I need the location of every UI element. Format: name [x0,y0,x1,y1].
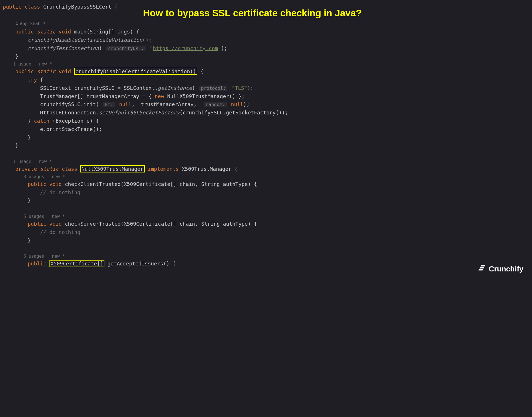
code-line: TrustManager[] trustManagerArray = { new… [3,92,529,101]
code-editor[interactable]: How to bypass SSL certificate checking i… [0,0,532,279]
author-annotation: App Shah * [3,19,529,28]
code-line: e.printStackTrace(); [3,125,529,134]
keyword-class: class [25,4,40,10]
crunchify-logo-text: Crunchify [489,263,523,275]
usage-hint[interactable]: 1 usage new * [3,158,529,165]
code-line: HttpsURLConnection.setDefaultSSLSocketFa… [3,109,529,117]
param-hint: km: [103,102,115,107]
usage-hint[interactable]: 6 usages new * [3,253,529,260]
param-hint: crunchifyURL: [106,46,146,51]
blank-line [3,205,529,213]
code-line: public static void crunchifyDisableCerti… [3,67,529,76]
code-line: } [3,237,529,245]
code-line: } [3,196,529,205]
highlight-type-box: X509Certificate[] [49,260,104,267]
author-name: App Shah * [20,21,45,26]
code-line: public void checkServerTrusted(X509Certi… [3,220,529,228]
code-line: SSLContext crunchifySSLC = SSLContext.ge… [3,84,529,92]
blank-line [3,150,529,158]
code-line: } catch (Exception e) { [3,117,529,125]
usage-hint[interactable]: 5 usages new * [3,213,529,220]
person-icon [15,19,19,28]
code-line: } [3,52,529,61]
svg-point-0 [16,22,17,23]
code-line: crunchifySSLC.init( km: null, trustManag… [3,100,529,109]
usage-hint[interactable]: 1 usage new * [3,61,529,67]
code-line: } [3,134,529,142]
param-hint: random: [204,102,227,107]
code-line: crunchifyTestConnection( crunchifyURL: "… [3,44,529,53]
code-line: private static class NullX509TrustManage… [3,165,529,173]
code-line: crunchifyDisableCertificateValidation(); [3,36,529,44]
blank-line [3,11,529,19]
param-hint: protocol: [199,86,228,91]
crunchify-logo-icon [479,263,489,275]
code-line: try { [3,76,529,84]
highlight-class-box: NullX509TrustManager [80,165,145,172]
keyword-public: public [3,4,21,10]
blank-line [3,245,529,253]
code-line: public static void main(String[] args) { [3,28,529,36]
code-line: public void checkClientTrusted(X509Certi… [3,180,529,188]
code-line: // do nothing [3,228,529,237]
class-name: CrunchifyBypassSSLCert [43,4,111,10]
highlight-method-box: crunchifyDisableCertificateValidation() [74,68,197,75]
current-line-highlight [3,245,529,253]
code-line: } [3,142,529,150]
code-line: public X509Certificate[] getAcceptedIssu… [3,260,529,268]
usage-hint[interactable]: 3 usages new * [3,173,529,180]
url-literal[interactable]: https://crunchify.com [153,45,218,51]
code-line: public class CrunchifyBypassSSLCert { [3,3,529,11]
crunchify-watermark: Crunchify [479,263,523,275]
code-line: // do nothing [3,188,529,197]
